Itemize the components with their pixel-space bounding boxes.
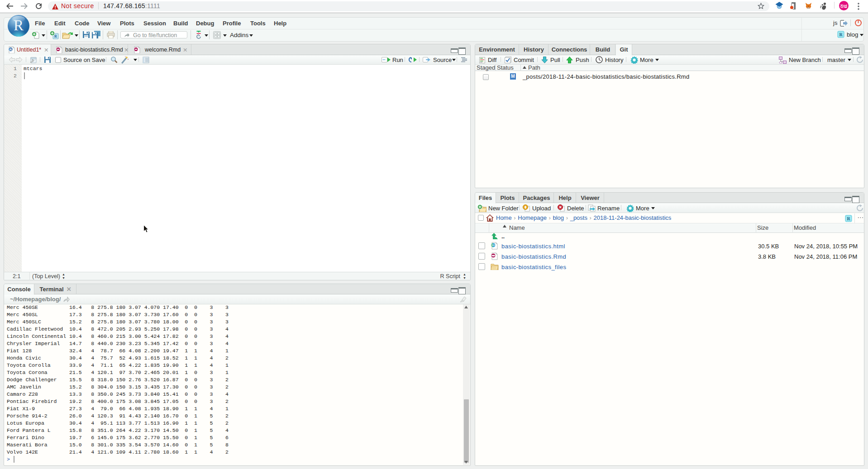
svg-text:R: R: [847, 216, 850, 221]
svg-text:R: R: [10, 47, 12, 52]
svg-text:R: R: [839, 32, 843, 37]
svg-text:R: R: [54, 34, 57, 38]
